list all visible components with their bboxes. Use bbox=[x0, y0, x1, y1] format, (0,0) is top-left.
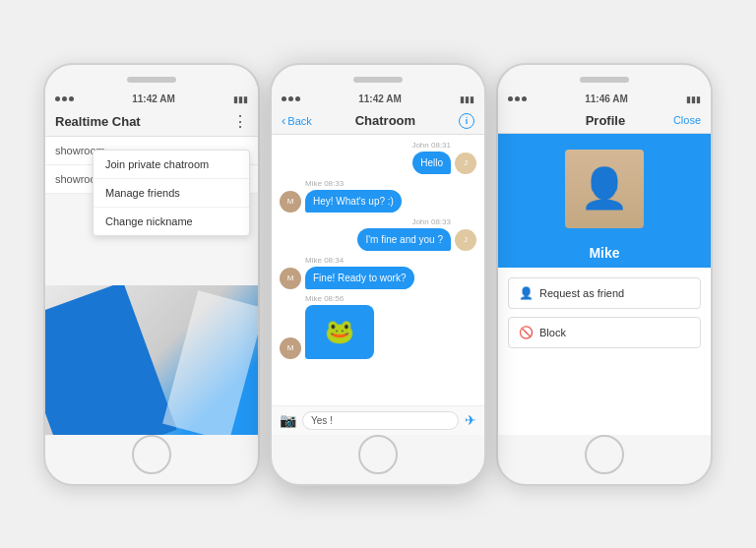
phones-container: 11:42 AM ▮▮▮ Realtime Chat ⋮ Join privat… bbox=[14, 24, 742, 525]
time-left: 11:42 AM bbox=[132, 93, 175, 104]
message-input[interactable]: Yes ! bbox=[302, 411, 459, 430]
status-bar-middle: 11:42 AM ▮▮▮ bbox=[272, 87, 484, 108]
close-button[interactable]: Close bbox=[673, 114, 701, 126]
menu-item-friends[interactable]: Manage friends bbox=[94, 179, 249, 208]
message-row: J John 08:31 Hello bbox=[280, 141, 476, 174]
screen-right: Profile Close 👤 Mike 👤 Request as friend bbox=[498, 108, 711, 435]
screen-middle: ‹ Back Chatroom i J John 08:31 Hello bbox=[272, 108, 484, 435]
signal-dots bbox=[55, 96, 74, 101]
battery-middle: ▮▮▮ bbox=[460, 94, 474, 104]
avatar-mike: M bbox=[280, 337, 301, 359]
bubble-wrap: Mike 08:56 🐸 bbox=[305, 294, 374, 359]
message-bubble: Fine! Ready to work? bbox=[305, 267, 414, 289]
msg-meta: John 08:31 bbox=[411, 141, 451, 150]
nav-bar-left: Realtime Chat ⋮ bbox=[45, 108, 258, 137]
profile-content: 👤 Mike 👤 Request as friend 🚫 Block bbox=[498, 134, 711, 435]
request-friend-button[interactable]: 👤 Request as friend bbox=[508, 277, 701, 309]
signal-dots-middle bbox=[282, 96, 300, 101]
battery-right: ▮▮▮ bbox=[686, 94, 701, 104]
friend-icon: 👤 bbox=[519, 286, 534, 300]
time-right: 11:46 AM bbox=[585, 93, 628, 104]
chatroom-title: Chatroom bbox=[355, 113, 415, 128]
screen-left: Realtime Chat ⋮ Join private chatroom Ma… bbox=[45, 108, 258, 435]
bubble-wrap: Mike 08:34 Fine! Ready to work? bbox=[305, 256, 414, 289]
message-row: M Mike 08:33 Hey! What's up? :) bbox=[280, 179, 476, 213]
profile-photo: 👤 bbox=[565, 150, 644, 228]
battery-left: ▮▮▮ bbox=[233, 94, 248, 104]
person-avatar: 👤 bbox=[565, 150, 644, 228]
message-bubble: Hey! What's up? :) bbox=[305, 190, 402, 213]
profile-photo-area: 👤 bbox=[498, 134, 711, 238]
background-graphic bbox=[45, 285, 258, 435]
message-bubble-emoji: 🐸 bbox=[305, 305, 374, 359]
back-label: Back bbox=[287, 115, 311, 127]
status-bar-right: 11:46 AM ▮▮▮ bbox=[498, 87, 711, 108]
time-middle: 11:42 AM bbox=[358, 93, 402, 104]
phone-left: 11:42 AM ▮▮▮ Realtime Chat ⋮ Join privat… bbox=[43, 63, 260, 486]
message-bubble: Hello bbox=[412, 152, 451, 174]
app-title: Realtime Chat bbox=[55, 114, 141, 129]
request-friend-label: Request as friend bbox=[539, 287, 624, 299]
message-row: M Mike 08:34 Fine! Ready to work? bbox=[280, 256, 476, 289]
msg-meta: Mike 08:56 bbox=[305, 294, 344, 303]
block-icon: 🚫 bbox=[519, 326, 534, 339]
msg-meta: Mike 08:33 bbox=[305, 179, 344, 188]
signal-dots-right bbox=[508, 96, 527, 101]
message-bubble: I'm fine and you ? bbox=[357, 228, 451, 251]
back-chevron-icon: ‹ bbox=[282, 113, 285, 128]
nav-bar-chat: ‹ Back Chatroom i bbox=[272, 108, 484, 135]
menu-item-nickname[interactable]: Change nickname bbox=[94, 208, 249, 235]
msg-meta: John 08:33 bbox=[411, 217, 451, 226]
send-icon[interactable]: ✈ bbox=[465, 412, 476, 428]
bubble-wrap: Mike 08:33 Hey! What's up? :) bbox=[305, 179, 402, 213]
msg-meta: Mike 08:34 bbox=[305, 256, 344, 265]
block-button[interactable]: 🚫 Block bbox=[508, 317, 701, 348]
block-label: Block bbox=[539, 327, 566, 338]
avatar-mike: M bbox=[280, 268, 301, 289]
bubble-wrap: John 08:33 I'm fine and you ? bbox=[357, 217, 451, 251]
bubble-wrap: John 08:31 Hello bbox=[411, 141, 451, 174]
avatar-john: J bbox=[455, 152, 476, 174]
profile-name-area: Mike bbox=[498, 238, 711, 268]
avatar-mike: M bbox=[280, 191, 301, 213]
phone-middle: 11:42 AM ▮▮▮ ‹ Back Chatroom i J bbox=[270, 63, 486, 486]
avatar-john: J bbox=[455, 229, 476, 251]
message-row: M Mike 08:56 🐸 bbox=[280, 294, 476, 359]
profile-username: Mike bbox=[589, 245, 619, 261]
more-icon[interactable]: ⋮ bbox=[232, 114, 248, 130]
nav-bar-profile: Profile Close bbox=[498, 108, 711, 134]
chat-input-bar: 📷 Yes ! ✈ bbox=[272, 405, 484, 435]
camera-icon[interactable]: 📷 bbox=[280, 412, 296, 428]
back-button[interactable]: ‹ Back bbox=[282, 113, 312, 128]
status-bar-left: 11:42 AM ▮▮▮ bbox=[45, 87, 258, 108]
dropdown-menu: Join private chatroom Manage friends Cha… bbox=[93, 150, 250, 236]
profile-actions: 👤 Request as friend 🚫 Block bbox=[498, 268, 711, 435]
message-row: J John 08:33 I'm fine and you ? bbox=[280, 217, 476, 251]
info-icon[interactable]: i bbox=[459, 113, 474, 129]
phone-right: 11:46 AM ▮▮▮ Profile Close 👤 Mike bbox=[496, 63, 713, 486]
profile-title: Profile bbox=[586, 113, 625, 128]
chat-messages: J John 08:31 Hello M Mike 08:33 bbox=[272, 135, 484, 405]
menu-item-join[interactable]: Join private chatroom bbox=[94, 151, 249, 179]
